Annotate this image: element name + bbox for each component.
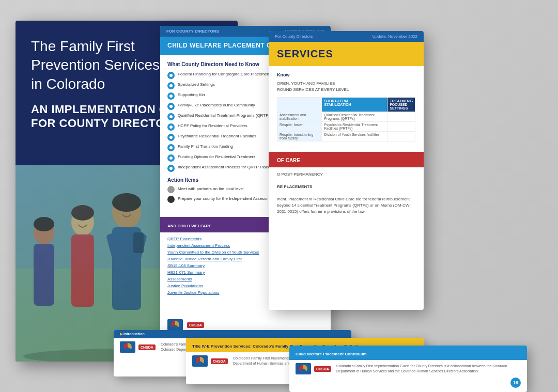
footer-logos: CHSDA: [120, 341, 156, 353]
title-line3: in Colorado: [31, 76, 105, 92]
bullet: [167, 134, 175, 141]
chsda-fifth: CHSDA: [211, 358, 228, 364]
item-text: HCPF Policy for Residential Providers: [178, 123, 247, 129]
item-text: Funding Options for Residential Treatmen…: [178, 154, 255, 160]
item-text: Psychiatric Residential Treatment Facili…: [178, 133, 256, 139]
logo-circle-small: [171, 321, 179, 329]
bullet: [167, 123, 175, 131]
item-text: Qualified Residential Treatment Programs…: [178, 113, 272, 118]
care-title: OF CARE: [277, 158, 300, 163]
item-text: Family-Like Placements in the Community: [178, 102, 255, 108]
services-title: SERVICES: [277, 48, 415, 60]
action-bullet: [167, 186, 175, 193]
table-cell: [388, 122, 415, 132]
doc-third-yellow-bar: SERVICES: [269, 42, 424, 66]
item-text: Specialized Settings: [178, 82, 215, 87]
bullet: [167, 113, 175, 120]
chsda-footer: CHSDA: [138, 344, 156, 350]
bullet: [167, 154, 175, 162]
co-logo-fifth: [192, 355, 208, 367]
bullet: [167, 92, 175, 100]
co-logo-circle-sixth: [299, 365, 307, 373]
bullet: [167, 144, 175, 151]
care-bar-red: OF CARE: [269, 152, 424, 167]
co-logo-circle: [123, 343, 132, 351]
doc-third-body: Know OREN, YOUTH AND FAMILIESROUND SERVI…: [269, 66, 424, 148]
col-header-community: [277, 98, 322, 112]
table-cell: [388, 112, 415, 122]
item-text: Federal Financing for Congregate Care Pl…: [178, 71, 272, 77]
doc-sixth-header: Child Welfare Placement Continuum: [289, 346, 527, 360]
table-cell: Qualified Residential Treatment Programs…: [322, 112, 388, 122]
header-date: Update: November 2022: [373, 34, 417, 39]
doc-third-header: For County Directors Update: November 20…: [269, 31, 424, 42]
care-body: O POST-PERMANENCY RE PLACEMENTS ment. Pl…: [269, 167, 424, 219]
cwpc-header-title: Child Welfare Placement Continuum: [296, 352, 367, 356]
table-cell: Respite, transitioning from facility: [277, 132, 322, 142]
table-cell: Division of Youth Services facilities: [322, 132, 388, 142]
col-header-short: SHORT-TERMSTABILIZATION: [322, 98, 388, 112]
doc-sixth-cwpc: Child Welfare Placement Continuum CHSDA …: [289, 346, 527, 392]
co-logo-sixth: [296, 363, 311, 374]
table-cell: [388, 132, 415, 142]
title-line1: The Family First: [31, 38, 135, 54]
col-header-treatment: TREATMENT-FOCUSEDSETTINGS: [388, 98, 415, 112]
section2-title: AND CHILD WELFARE: [167, 224, 211, 228]
placement-table: SHORT-TERMSTABILIZATION TREATMENT-FOCUSE…: [277, 97, 415, 142]
item-text: Independent Assessment Process for QRTP …: [178, 164, 280, 170]
bullet: [167, 165, 175, 172]
bullet: [167, 103, 175, 110]
doc-sixth-body: CHSDA Colorado's Family First Implementa…: [289, 360, 527, 378]
body-text1: OREN, YOUTH AND FAMILIESROUND SERVICES A…: [277, 81, 415, 93]
scene: The Family First Prevention Services Act…: [0, 0, 558, 392]
doc-sixth-body-text: Colorado's Family First Implementation G…: [336, 364, 521, 374]
header-for-county: For County Directors: [166, 29, 219, 34]
action-text: Meet with partners on the local level: [178, 186, 244, 192]
table-cell: Psychiatric Residential Treatment Facili…: [322, 122, 388, 132]
doc-fourth-header: ▶ Introduction: [114, 330, 351, 338]
chsda-logo: CHSDA: [187, 322, 204, 328]
action-bullet: [167, 196, 175, 203]
co-logo-footer: [120, 341, 135, 353]
table-cell: Assessment and stabilization: [277, 112, 322, 122]
know-title: Know: [277, 72, 415, 77]
footer-logos-sixth: CHSDA: [296, 363, 331, 374]
footer-logos-fifth: CHSDA: [192, 355, 228, 367]
table-cell: Respite, foster: [277, 122, 322, 132]
co-logo-circle-fifth: [196, 357, 204, 365]
intro-header-title: ▶ Introduction: [120, 332, 145, 336]
header-county: For County Directors: [275, 34, 313, 39]
doc-third-services: For County Directors Update: November 20…: [269, 31, 424, 310]
item-text: Family First Transition funding: [178, 144, 233, 149]
page-number-sixth: 16: [510, 378, 521, 388]
bullet: [167, 72, 175, 79]
care-text1: O POST-PERMANENCY RE PLACEMENTS ment. Pl…: [277, 171, 415, 215]
item-text: Supporting Kin: [178, 92, 205, 98]
chsda-sixth: CHSDA: [314, 366, 331, 372]
footer-logo-colorado: [167, 319, 183, 331]
bullet: [167, 82, 175, 89]
